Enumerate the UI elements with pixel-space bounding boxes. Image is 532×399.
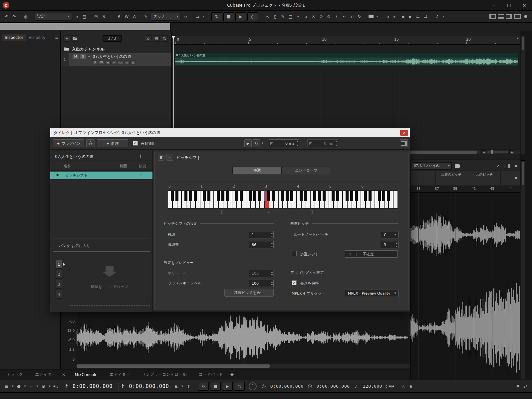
piano-black-key[interactable] <box>364 191 367 201</box>
goto-next-marker-button[interactable]: ▶ <box>407 13 414 21</box>
piano-black-key[interactable] <box>378 191 381 201</box>
time-signature-display[interactable]: 4/4 <box>388 382 395 390</box>
clip-waveform[interactable] <box>175 58 518 66</box>
piano-black-key[interactable] <box>184 191 187 201</box>
piano-black-key[interactable] <box>323 191 326 201</box>
feedback-options-button[interactable]: ▼ <box>375 13 379 21</box>
listen-key-level-spinner[interactable]: 100 ▲▼ <box>249 280 274 287</box>
audition-loop-button[interactable]: ↻ <box>253 139 260 147</box>
play-tool[interactable]: ◁ <box>348 13 355 21</box>
redo-button[interactable]: ↷ <box>11 13 18 21</box>
record-button[interactable]: ○ <box>234 382 245 391</box>
bank-button-1[interactable]: 1 <box>56 260 62 269</box>
play-button[interactable]: ▶ <box>235 12 246 21</box>
lower-zone-toggle[interactable] <box>498 14 504 19</box>
dialog-title-bar[interactable]: ダイレクトオフラインプロセシング: 07.人生という名の道 ✕ <box>50 128 410 137</box>
piano-black-key[interactable] <box>369 191 372 201</box>
piano-black-key[interactable] <box>346 191 349 201</box>
cycle-button[interactable]: ↻ <box>198 382 209 391</box>
automation-mode-select[interactable]: タッチ▼ <box>151 13 181 21</box>
piano-black-key[interactable] <box>207 191 210 201</box>
mute-button[interactable]: M <box>73 54 79 59</box>
line-tool[interactable]: / <box>333 13 340 21</box>
setup-window-layout-button[interactable]: ▤ <box>81 13 88 21</box>
editor-gear-icon[interactable] <box>512 163 519 169</box>
piano-black-key[interactable] <box>175 191 178 201</box>
process-range-end-field[interactable]: 0 ms ▲▼ <box>307 139 338 147</box>
maximize-button[interactable]: □ <box>501 0 517 11</box>
piano-black-key[interactable] <box>235 191 238 201</box>
piano-black-key[interactable] <box>249 191 252 201</box>
open-in-window-icon[interactable]: ↗ <box>494 163 501 169</box>
clock-icon[interactable] <box>307 382 314 390</box>
piano-black-key[interactable] <box>332 191 335 201</box>
fine-tune-spinner[interactable]: 86 ▲▼ <box>249 241 274 248</box>
pad-mode-button[interactable]: ⊞ <box>3 382 10 390</box>
audio-activity-button[interactable]: ≈ <box>28 382 35 390</box>
nudge-right-button[interactable]: ⇉ <box>422 13 429 21</box>
scrub-tool[interactable]: ↻ <box>356 13 363 21</box>
pad-mode-options-button[interactable]: ▼ <box>11 382 15 390</box>
piano-black-key[interactable] <box>217 191 220 201</box>
nudge-left-button[interactable]: ⇇ <box>414 13 421 21</box>
piano-black-key[interactable] <box>171 191 174 201</box>
piano-black-key[interactable] <box>189 191 192 201</box>
goto-prev-marker-button[interactable]: ◀ <box>399 13 406 21</box>
midi-activity-options-button[interactable]: ▼ <box>48 382 52 390</box>
zone-tab-1[interactable]: トラック <box>7 372 23 377</box>
project-window-layout-button[interactable]: ⌂ <box>73 13 80 21</box>
transport-gear-icon[interactable] <box>514 382 521 390</box>
inserts-bypass-button[interactable]: ○ <box>118 61 123 65</box>
cycle-button[interactable]: ↻ <box>211 12 222 21</box>
sidebar-menu-icon[interactable]: ≡ <box>55 35 58 40</box>
play-transposed-pitch-button[interactable]: 移調ピッチを再生 <box>224 289 274 297</box>
bank-label[interactable]: バンク <box>59 243 70 248</box>
autoscroll-button[interactable]: ⇉ <box>194 13 201 21</box>
range-selection-tool[interactable]: ▯ <box>272 13 279 21</box>
add-track-button[interactable]: + <box>63 35 70 42</box>
editor-horizontal-scrollbar[interactable] <box>77 364 468 368</box>
favorites-label[interactable]: お気に入り <box>72 243 90 248</box>
piano-black-key[interactable] <box>300 191 303 201</box>
record-mode-button[interactable]: ● <box>15 382 22 390</box>
plugin-library-icon[interactable] <box>86 139 95 147</box>
metronome-button[interactable]: △ <box>400 382 407 390</box>
tab-visibility[interactable]: Visibility <box>26 34 48 41</box>
bank-button-3[interactable]: 3 <box>56 280 62 289</box>
stop-button[interactable]: ■ <box>223 12 234 21</box>
eq-bypass-button[interactable]: ◇ <box>124 61 130 65</box>
process-row-pitch-shift[interactable]: ◉ ピッチシフト ! <box>50 172 152 179</box>
comment-bubble-icon[interactable] <box>454 163 460 169</box>
setup-zones-button[interactable] <box>514 14 521 19</box>
tab-envelope[interactable]: エンベロープ <box>282 167 331 174</box>
audition-play-button[interactable]: ▶ <box>244 139 252 147</box>
punch-in-button[interactable]: ⇥ <box>384 13 391 21</box>
process-range-start-field[interactable]: 0 ms ▲▼ <box>269 139 299 147</box>
process-bypass-icon[interactable]: ◉ <box>56 173 59 177</box>
piano-black-key[interactable] <box>286 191 289 201</box>
transpose-spinner[interactable]: 1 ▲▼ <box>249 231 274 238</box>
feedback-bubble-button[interactable] <box>368 13 375 21</box>
delete-process-icon[interactable] <box>158 154 164 161</box>
piano-black-key[interactable] <box>350 191 353 201</box>
dialog-close-button[interactable]: ✕ <box>400 130 408 136</box>
jog-shuttle-wheel[interactable] <box>249 382 257 390</box>
editor-scroll-handle[interactable] <box>522 162 524 185</box>
audio-quantize-button[interactable]: AQ <box>52 382 59 390</box>
auto-apply-checkbox[interactable]: ✓ <box>133 141 138 146</box>
ruler-options-button[interactable]: ▼ <box>517 37 519 40</box>
sync-button[interactable]: e <box>407 382 414 390</box>
piano-black-key[interactable] <box>304 191 307 201</box>
punch-lock-icon[interactable] <box>173 382 180 390</box>
editor-waveform-area[interactable] <box>410 193 520 380</box>
mute-all-button[interactable]: M <box>93 13 100 21</box>
sample-editor-waveform[interactable] <box>77 312 408 363</box>
zone-tab-2[interactable]: エディター <box>35 372 55 377</box>
listen-all-button[interactable]: L <box>108 13 115 21</box>
hand-tool[interactable]: ⊕ <box>325 13 332 21</box>
tab-gear-icon[interactable] <box>230 372 234 377</box>
piano-black-key[interactable] <box>281 191 284 201</box>
read-all-button[interactable]: R <box>116 13 123 21</box>
close-button[interactable]: ✕ <box>517 0 532 11</box>
play-button[interactable]: ▶ <box>222 382 233 391</box>
